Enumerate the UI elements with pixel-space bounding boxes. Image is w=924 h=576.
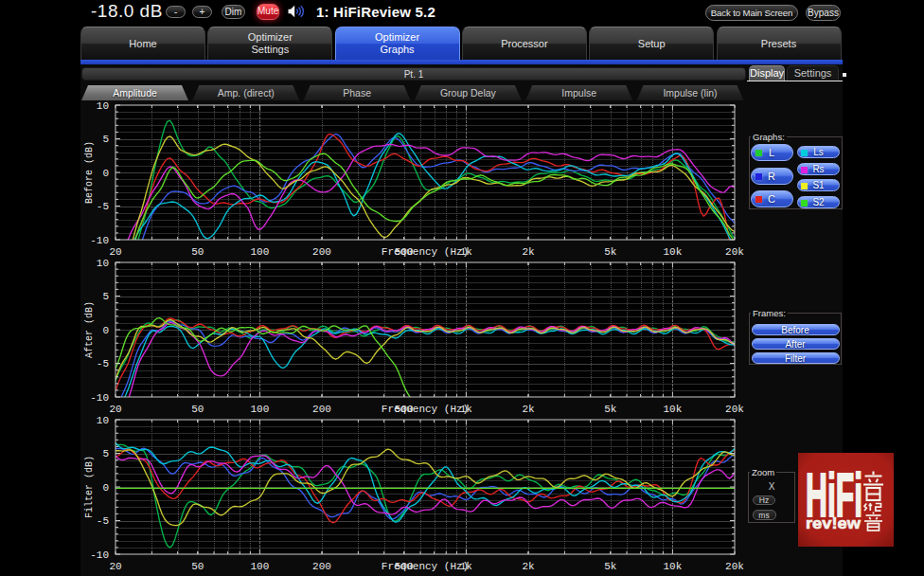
logo-review-text: rev!ew bbox=[806, 514, 862, 532]
xtick-label: 20k bbox=[725, 404, 744, 415]
xtick-label: 2k bbox=[522, 246, 535, 258]
panel-tab-display[interactable]: Display bbox=[749, 65, 785, 81]
xaxis-title: Frequency (Hz) bbox=[382, 561, 469, 572]
ytick-label: 0 bbox=[102, 168, 109, 179]
channel-button-Ls[interactable]: Ls bbox=[797, 146, 840, 158]
xtick-label: 10k bbox=[663, 246, 682, 258]
zoom-hz-button[interactable]: Hz bbox=[753, 495, 775, 505]
xtick-label: 50 bbox=[191, 561, 204, 572]
yaxis-title: After (dB) bbox=[84, 301, 95, 358]
ytick-label: 5 bbox=[102, 291, 109, 302]
yaxis-title: Filter (dB) bbox=[84, 456, 95, 518]
channel-button-Rs[interactable]: Rs bbox=[797, 163, 840, 175]
channel-color-S2 bbox=[801, 200, 808, 207]
channel-color-L bbox=[755, 150, 762, 156]
xtick-label: 100 bbox=[250, 404, 269, 415]
xaxis-title: Frequency (Hz) bbox=[382, 404, 469, 415]
ytick-label: 10 bbox=[97, 415, 109, 426]
xtick-label: 200 bbox=[312, 404, 331, 415]
hifi-review-logo: HiFi rev!ew bbox=[798, 453, 894, 547]
xtick-label: 20k bbox=[725, 246, 744, 258]
panel-detach-icon[interactable] bbox=[843, 73, 846, 77]
zoom-ms-button[interactable]: ms bbox=[753, 510, 776, 520]
ytick-label: -10 bbox=[90, 235, 109, 246]
ytick-label: -5 bbox=[97, 201, 109, 212]
panel-tab-settings[interactable]: Settings bbox=[787, 65, 839, 81]
xtick-label: 10k bbox=[663, 561, 682, 572]
frame-button-after[interactable]: After bbox=[752, 338, 840, 351]
xtick-label: 200 bbox=[312, 246, 331, 258]
xtick-label: 20k bbox=[725, 561, 744, 572]
xtick-label: 50 bbox=[191, 404, 204, 415]
plot-filter-db-[interactable]: 1050-5-10Filter (dB)20501002005001k2k5k1… bbox=[84, 415, 744, 573]
xtick-label: 10k bbox=[663, 404, 682, 415]
channel-color-C bbox=[755, 196, 762, 203]
xtick-label: 2k bbox=[522, 404, 535, 415]
ytick-label: -10 bbox=[90, 549, 109, 561]
yaxis-title: Before (dB) bbox=[84, 141, 95, 204]
zoom-axis-label: X bbox=[748, 481, 795, 492]
ytick-label: -5 bbox=[97, 358, 109, 369]
channel-button-S2[interactable]: S2 bbox=[797, 196, 840, 208]
ytick-label: -5 bbox=[97, 515, 109, 527]
ytick-label: 5 bbox=[102, 134, 109, 145]
xtick-label: 100 bbox=[250, 561, 269, 572]
graphs-group-title: Graphs: bbox=[751, 132, 787, 142]
ytick-label: 10 bbox=[97, 258, 109, 269]
xtick-label: 50 bbox=[191, 246, 204, 258]
channel-color-Rs bbox=[801, 167, 808, 173]
xtick-label: 20 bbox=[109, 561, 121, 572]
ytick-label: 0 bbox=[102, 482, 109, 494]
xtick-label: 5k bbox=[604, 246, 617, 258]
app-window: -18.0 dB - + Dim Mute 1: HiFiReview 5.2 … bbox=[0, 0, 924, 576]
xtick-label: 20 bbox=[109, 246, 121, 258]
xtick-label: 2k bbox=[522, 561, 535, 572]
frame-button-filter[interactable]: Filter bbox=[752, 352, 840, 365]
ytick-label: 5 bbox=[102, 448, 109, 459]
panel-tab-underline bbox=[747, 81, 843, 81]
channel-color-R bbox=[755, 173, 762, 180]
xtick-label: 5k bbox=[604, 561, 617, 572]
frames-group-title: Frames: bbox=[751, 308, 788, 318]
xtick-label: 100 bbox=[250, 246, 269, 258]
xtick-label: 5k bbox=[604, 404, 617, 415]
channel-color-Ls bbox=[801, 150, 808, 156]
xtick-label: 20 bbox=[109, 404, 121, 415]
channel-button-R[interactable]: R bbox=[751, 168, 793, 185]
zoom-group-title: Zoom bbox=[750, 467, 776, 477]
xaxis-title: Frequency (Hz) bbox=[382, 246, 469, 258]
frame-button-before[interactable]: Before bbox=[752, 324, 840, 336]
ytick-label: -10 bbox=[90, 392, 109, 404]
ytick-label: 0 bbox=[102, 325, 109, 336]
ytick-label: 10 bbox=[97, 100, 109, 112]
channel-button-S1[interactable]: S1 bbox=[797, 179, 840, 191]
channel-button-L[interactable]: L bbox=[751, 144, 793, 161]
channel-button-C[interactable]: C bbox=[751, 190, 793, 207]
channel-color-S1 bbox=[801, 183, 808, 189]
xtick-label: 200 bbox=[312, 561, 331, 572]
